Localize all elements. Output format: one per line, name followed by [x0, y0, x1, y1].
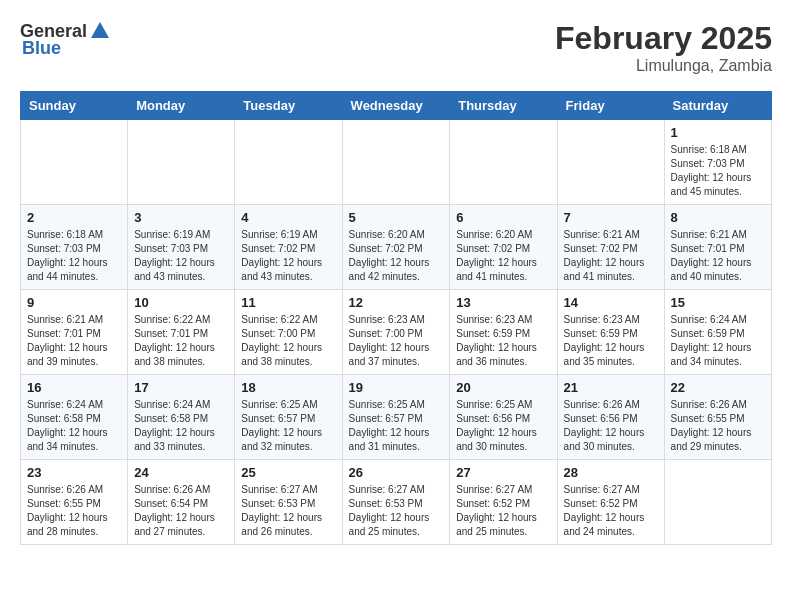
weekday-saturday: Saturday: [664, 92, 771, 120]
day-cell: 26Sunrise: 6:27 AM Sunset: 6:53 PM Dayli…: [342, 460, 450, 545]
day-info: Sunrise: 6:24 AM Sunset: 6:59 PM Dayligh…: [671, 313, 765, 369]
day-info: Sunrise: 6:24 AM Sunset: 6:58 PM Dayligh…: [27, 398, 121, 454]
day-number: 11: [241, 295, 335, 310]
page-header: General Blue February 2025 Limulunga, Za…: [20, 20, 772, 75]
day-info: Sunrise: 6:27 AM Sunset: 6:52 PM Dayligh…: [564, 483, 658, 539]
day-cell: 22Sunrise: 6:26 AM Sunset: 6:55 PM Dayli…: [664, 375, 771, 460]
day-info: Sunrise: 6:23 AM Sunset: 6:59 PM Dayligh…: [564, 313, 658, 369]
day-cell: 2Sunrise: 6:18 AM Sunset: 7:03 PM Daylig…: [21, 205, 128, 290]
day-number: 6: [456, 210, 550, 225]
day-info: Sunrise: 6:22 AM Sunset: 7:00 PM Dayligh…: [241, 313, 335, 369]
weekday-sunday: Sunday: [21, 92, 128, 120]
day-cell: 24Sunrise: 6:26 AM Sunset: 6:54 PM Dayli…: [128, 460, 235, 545]
day-number: 18: [241, 380, 335, 395]
logo: General Blue: [20, 20, 111, 59]
day-number: 12: [349, 295, 444, 310]
day-cell: 16Sunrise: 6:24 AM Sunset: 6:58 PM Dayli…: [21, 375, 128, 460]
day-number: 3: [134, 210, 228, 225]
day-info: Sunrise: 6:27 AM Sunset: 6:53 PM Dayligh…: [241, 483, 335, 539]
day-number: 17: [134, 380, 228, 395]
day-cell: 1Sunrise: 6:18 AM Sunset: 7:03 PM Daylig…: [664, 120, 771, 205]
day-info: Sunrise: 6:22 AM Sunset: 7:01 PM Dayligh…: [134, 313, 228, 369]
day-info: Sunrise: 6:20 AM Sunset: 7:02 PM Dayligh…: [349, 228, 444, 284]
day-cell: 7Sunrise: 6:21 AM Sunset: 7:02 PM Daylig…: [557, 205, 664, 290]
day-number: 13: [456, 295, 550, 310]
day-info: Sunrise: 6:21 AM Sunset: 7:01 PM Dayligh…: [671, 228, 765, 284]
day-number: 10: [134, 295, 228, 310]
day-info: Sunrise: 6:26 AM Sunset: 6:55 PM Dayligh…: [671, 398, 765, 454]
day-info: Sunrise: 6:26 AM Sunset: 6:56 PM Dayligh…: [564, 398, 658, 454]
svg-marker-0: [91, 22, 109, 38]
weekday-thursday: Thursday: [450, 92, 557, 120]
day-info: Sunrise: 6:19 AM Sunset: 7:02 PM Dayligh…: [241, 228, 335, 284]
day-cell: [664, 460, 771, 545]
week-row-2: 2Sunrise: 6:18 AM Sunset: 7:03 PM Daylig…: [21, 205, 772, 290]
day-info: Sunrise: 6:25 AM Sunset: 6:56 PM Dayligh…: [456, 398, 550, 454]
day-info: Sunrise: 6:18 AM Sunset: 7:03 PM Dayligh…: [671, 143, 765, 199]
month-title: February 2025: [555, 20, 772, 57]
day-cell: 19Sunrise: 6:25 AM Sunset: 6:57 PM Dayli…: [342, 375, 450, 460]
day-info: Sunrise: 6:26 AM Sunset: 6:55 PM Dayligh…: [27, 483, 121, 539]
day-cell: 18Sunrise: 6:25 AM Sunset: 6:57 PM Dayli…: [235, 375, 342, 460]
day-cell: 27Sunrise: 6:27 AM Sunset: 6:52 PM Dayli…: [450, 460, 557, 545]
day-number: 9: [27, 295, 121, 310]
day-number: 21: [564, 380, 658, 395]
day-cell: 21Sunrise: 6:26 AM Sunset: 6:56 PM Dayli…: [557, 375, 664, 460]
day-cell: 13Sunrise: 6:23 AM Sunset: 6:59 PM Dayli…: [450, 290, 557, 375]
day-number: 7: [564, 210, 658, 225]
day-number: 8: [671, 210, 765, 225]
day-cell: 9Sunrise: 6:21 AM Sunset: 7:01 PM Daylig…: [21, 290, 128, 375]
day-info: Sunrise: 6:19 AM Sunset: 7:03 PM Dayligh…: [134, 228, 228, 284]
day-info: Sunrise: 6:18 AM Sunset: 7:03 PM Dayligh…: [27, 228, 121, 284]
location-title: Limulunga, Zambia: [555, 57, 772, 75]
day-info: Sunrise: 6:24 AM Sunset: 6:58 PM Dayligh…: [134, 398, 228, 454]
day-number: 19: [349, 380, 444, 395]
day-cell: [557, 120, 664, 205]
week-row-4: 16Sunrise: 6:24 AM Sunset: 6:58 PM Dayli…: [21, 375, 772, 460]
day-info: Sunrise: 6:27 AM Sunset: 6:53 PM Dayligh…: [349, 483, 444, 539]
day-cell: 3Sunrise: 6:19 AM Sunset: 7:03 PM Daylig…: [128, 205, 235, 290]
weekday-tuesday: Tuesday: [235, 92, 342, 120]
day-info: Sunrise: 6:21 AM Sunset: 7:01 PM Dayligh…: [27, 313, 121, 369]
day-number: 24: [134, 465, 228, 480]
day-info: Sunrise: 6:23 AM Sunset: 7:00 PM Dayligh…: [349, 313, 444, 369]
week-row-1: 1Sunrise: 6:18 AM Sunset: 7:03 PM Daylig…: [21, 120, 772, 205]
day-info: Sunrise: 6:25 AM Sunset: 6:57 PM Dayligh…: [241, 398, 335, 454]
day-number: 27: [456, 465, 550, 480]
day-number: 14: [564, 295, 658, 310]
day-cell: 23Sunrise: 6:26 AM Sunset: 6:55 PM Dayli…: [21, 460, 128, 545]
day-cell: [128, 120, 235, 205]
title-block: February 2025 Limulunga, Zambia: [555, 20, 772, 75]
day-number: 15: [671, 295, 765, 310]
day-cell: [235, 120, 342, 205]
day-number: 25: [241, 465, 335, 480]
day-cell: [342, 120, 450, 205]
weekday-wednesday: Wednesday: [342, 92, 450, 120]
day-info: Sunrise: 6:23 AM Sunset: 6:59 PM Dayligh…: [456, 313, 550, 369]
day-cell: 10Sunrise: 6:22 AM Sunset: 7:01 PM Dayli…: [128, 290, 235, 375]
day-cell: 28Sunrise: 6:27 AM Sunset: 6:52 PM Dayli…: [557, 460, 664, 545]
day-info: Sunrise: 6:26 AM Sunset: 6:54 PM Dayligh…: [134, 483, 228, 539]
day-cell: 17Sunrise: 6:24 AM Sunset: 6:58 PM Dayli…: [128, 375, 235, 460]
weekday-friday: Friday: [557, 92, 664, 120]
day-cell: 14Sunrise: 6:23 AM Sunset: 6:59 PM Dayli…: [557, 290, 664, 375]
weekday-header-row: SundayMondayTuesdayWednesdayThursdayFrid…: [21, 92, 772, 120]
day-cell: 15Sunrise: 6:24 AM Sunset: 6:59 PM Dayli…: [664, 290, 771, 375]
day-number: 16: [27, 380, 121, 395]
day-cell: 4Sunrise: 6:19 AM Sunset: 7:02 PM Daylig…: [235, 205, 342, 290]
week-row-5: 23Sunrise: 6:26 AM Sunset: 6:55 PM Dayli…: [21, 460, 772, 545]
day-cell: [21, 120, 128, 205]
day-number: 2: [27, 210, 121, 225]
logo-icon: [89, 20, 111, 42]
day-number: 28: [564, 465, 658, 480]
day-cell: 25Sunrise: 6:27 AM Sunset: 6:53 PM Dayli…: [235, 460, 342, 545]
day-info: Sunrise: 6:25 AM Sunset: 6:57 PM Dayligh…: [349, 398, 444, 454]
day-info: Sunrise: 6:27 AM Sunset: 6:52 PM Dayligh…: [456, 483, 550, 539]
calendar: SundayMondayTuesdayWednesdayThursdayFrid…: [20, 91, 772, 545]
weekday-monday: Monday: [128, 92, 235, 120]
day-info: Sunrise: 6:21 AM Sunset: 7:02 PM Dayligh…: [564, 228, 658, 284]
day-info: Sunrise: 6:20 AM Sunset: 7:02 PM Dayligh…: [456, 228, 550, 284]
week-row-3: 9Sunrise: 6:21 AM Sunset: 7:01 PM Daylig…: [21, 290, 772, 375]
day-number: 4: [241, 210, 335, 225]
logo-blue: Blue: [22, 38, 61, 59]
